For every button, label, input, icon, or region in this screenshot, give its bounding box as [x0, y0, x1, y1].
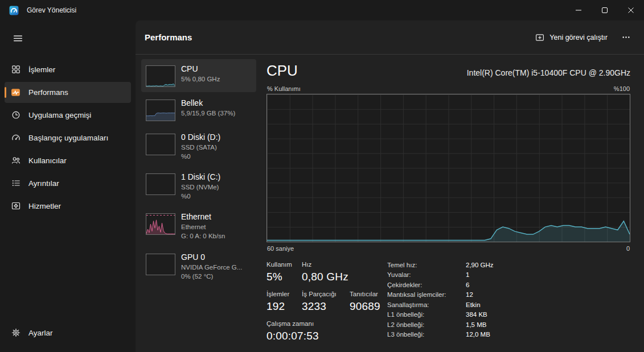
- sidebar: İşlemler Performans Uygulama geçmişi Baş…: [0, 20, 136, 352]
- cpu-usage-chart: [267, 94, 630, 242]
- spec-value: 12,0 MB: [466, 331, 494, 338]
- minimize-button[interactable]: [565, 0, 592, 20]
- perf-item-ethernet[interactable]: Ethernet Ethernet G: 0 A: 0 Kb/sn: [141, 207, 256, 246]
- spec-label: Sanallaştırma:: [387, 301, 462, 308]
- sidebar-item-label: İşlemler: [28, 65, 55, 74]
- perf-item-gpu[interactable]: GPU 0 NVIDIA GeForce G... 0% (52 °C): [141, 247, 256, 286]
- sidebar-item-label: Performans: [28, 88, 68, 97]
- cpu-usage-graph[interactable]: [266, 94, 630, 242]
- stat-processes: İşlemler 192: [266, 291, 302, 313]
- close-icon: [627, 7, 634, 14]
- maximize-icon: [601, 7, 608, 14]
- cpu-detail-title: CPU: [266, 63, 298, 80]
- graph-y-axis-label: % Kullanımı: [267, 85, 301, 92]
- sidebar-item-processes[interactable]: İşlemler: [5, 59, 131, 80]
- spec-value: 384 KB: [466, 311, 494, 318]
- minimize-icon: [575, 7, 582, 14]
- settings-gear-icon: [11, 328, 20, 338]
- task-manager-window: Görev Yöneticisi İşlemler: [0, 0, 644, 352]
- perf-item-detail: SSD (SATA): [181, 143, 220, 152]
- perf-item-detail: G: 0 A: 0 Kb/sn: [181, 231, 225, 241]
- spec-value: 2,90 GHz: [466, 262, 494, 268]
- sidebar-item-services[interactable]: Hizmetler: [5, 196, 131, 217]
- performance-metric-list: CPU 5% 0,80 GHz Bellek 5,9/15,9 GB (37%): [141, 59, 256, 352]
- spec-value: 6: [466, 281, 494, 288]
- graph-x-right-label: 0: [626, 245, 630, 252]
- stat-uptime: Çalışma zamanı 0:00:07:53: [266, 320, 387, 342]
- spec-label: Temel hız:: [387, 262, 462, 268]
- users-icon: [11, 156, 20, 165]
- stat-utilization: Kullanım 5%: [266, 261, 302, 283]
- perf-item-detail: SSD (NVMe): [181, 183, 220, 192]
- new-task-icon: [535, 33, 544, 42]
- perf-item-detail: 5% 0,80 GHz: [181, 74, 220, 84]
- perf-item-detail: Ethernet: [181, 222, 225, 231]
- perf-item-disk-d[interactable]: 0 Diski (D:) SSD (SATA) %0: [141, 127, 256, 166]
- window-controls: [565, 0, 644, 20]
- spec-label: L2 önbelleği:: [387, 321, 462, 328]
- perf-item-name: GPU 0: [181, 252, 242, 262]
- sidebar-item-performance[interactable]: Performans: [5, 82, 131, 103]
- performance-icon: [11, 88, 20, 97]
- close-button[interactable]: [618, 0, 644, 20]
- titlebar: Görev Yöneticisi: [0, 0, 644, 20]
- sidebar-item-label: Ayarlar: [28, 329, 53, 337]
- more-options-button[interactable]: [616, 29, 636, 46]
- startup-gauge-icon: [11, 133, 20, 143]
- graph-x-left-label: 60 saniye: [267, 245, 294, 252]
- disk-c-mini-graph: [146, 173, 175, 195]
- disk-d-mini-graph: [146, 134, 175, 155]
- sidebar-item-settings[interactable]: Ayarlar: [5, 322, 131, 343]
- perf-item-cpu[interactable]: CPU 5% 0,80 GHz: [141, 59, 256, 92]
- spec-value: 12: [466, 291, 494, 298]
- perf-item-name: CPU: [181, 64, 220, 73]
- cpu-usage-area: [267, 221, 630, 242]
- main-panel: Performans Yeni görevi çalıştır: [136, 20, 644, 352]
- run-new-task-button[interactable]: Yeni görevi çalıştır: [530, 29, 613, 46]
- stat-handles: Tanıtıcılar 90689: [350, 291, 387, 313]
- sidebar-item-startup-apps[interactable]: Başlangıç uygulamaları: [5, 127, 131, 148]
- details-list-icon: [11, 179, 20, 188]
- sidebar-item-label: Kullanıcılar: [28, 156, 67, 165]
- perf-item-name: 1 Diski (C:): [181, 172, 220, 181]
- spec-label: Mantıksal işlemciler:: [387, 291, 462, 298]
- spec-value: Etkin: [466, 301, 494, 308]
- spec-label: L3 önbelleği:: [387, 331, 462, 338]
- cpu-mini-graph: [146, 65, 175, 87]
- cpu-model-name: Intel(R) Core(TM) i5-10400F CPU @ 2.90GH…: [467, 68, 630, 77]
- processes-icon: [11, 65, 20, 74]
- sidebar-spacer: [5, 217, 131, 321]
- graph-y-max-label: %100: [614, 85, 630, 92]
- perf-item-detail: 0% (52 °C): [181, 272, 242, 281]
- sidebar-item-label: Başlangıç uygulamaları: [28, 134, 108, 142]
- page-title: Performans: [145, 32, 192, 42]
- spec-value: 1,5 MB: [466, 321, 494, 328]
- spec-value: 1: [466, 271, 494, 278]
- cpu-spec-list: Temel hız:2,90 GHz Yuvalar:1 Çekirdekler…: [387, 262, 494, 342]
- task-manager-app-icon: [9, 6, 19, 15]
- sidebar-item-label: Hizmetler: [28, 202, 61, 210]
- sidebar-item-users[interactable]: Kullanıcılar: [5, 150, 131, 171]
- perf-item-memory[interactable]: Bellek 5,9/15,9 GB (37%): [141, 93, 256, 126]
- window-title: Görev Yöneticisi: [27, 6, 76, 14]
- history-clock-icon: [11, 110, 20, 120]
- spec-label: Çekirdekler:: [387, 281, 462, 288]
- main-header: Performans Yeni görevi çalıştır: [136, 20, 644, 55]
- perf-item-disk-c[interactable]: 1 Diski (C:) SSD (NVMe) %0: [141, 167, 256, 206]
- perf-item-detail: %0: [181, 192, 220, 201]
- perf-item-name: Ethernet: [181, 212, 225, 221]
- gpu-mini-graph: [146, 254, 175, 275]
- services-gear-icon: [11, 201, 20, 211]
- stat-threads: İş Parçacığı 3233: [302, 291, 350, 313]
- perf-item-detail: 5,9/15,9 GB (37%): [181, 109, 235, 118]
- maximize-button[interactable]: [592, 0, 618, 20]
- sidebar-item-label: Ayrıntılar: [28, 179, 59, 188]
- perf-item-name: Bellek: [181, 98, 235, 107]
- run-new-task-label: Yeni görevi çalıştır: [549, 34, 608, 42]
- perf-item-detail: NVIDIA GeForce G...: [181, 263, 242, 272]
- more-dots-icon: [622, 33, 630, 42]
- sidebar-item-app-history[interactable]: Uygulama geçmişi: [5, 105, 131, 126]
- cpu-detail-panel: CPU Intel(R) Core(TM) i5-10400F CPU @ 2.…: [256, 59, 630, 352]
- sidebar-item-details[interactable]: Ayrıntılar: [5, 173, 131, 194]
- menu-toggle-button[interactable]: [7, 28, 28, 48]
